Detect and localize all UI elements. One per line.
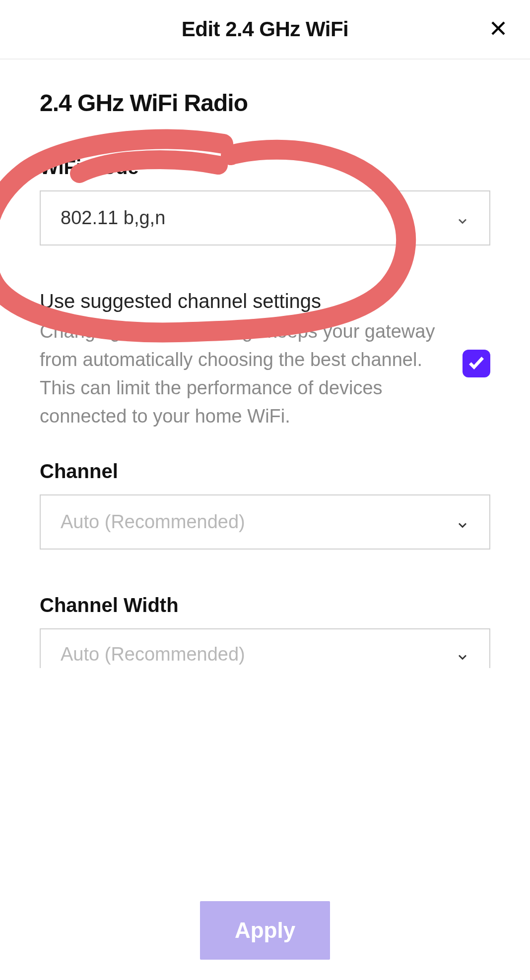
header: Edit 2.4 GHz WiFi [0,0,530,60]
section-title: 2.4 GHz WiFi Radio [40,89,490,117]
suggested-channel-checkbox[interactable] [463,350,490,377]
content: 2.4 GHz WiFi Radio WiFi Mode 802.11 b,g,… [0,60,530,668]
close-button[interactable] [486,17,510,41]
chevron-down-icon [456,647,469,661]
checkmark-icon [467,353,486,374]
chevron-down-icon [456,211,469,225]
wifi-mode-label: WiFi Mode [40,156,490,179]
suggested-channel-text: Use suggested channel settings Changing … [40,290,448,430]
suggested-channel-desc: Changing channel settings keeps your gat… [40,317,443,430]
channel-label: Channel [40,460,490,483]
footer: Apply [0,881,530,980]
channel-value: Auto (Recommended) [61,511,245,533]
channel-width-value: Auto (Recommended) [61,644,245,665]
apply-button[interactable]: Apply [200,901,330,960]
channel-width-select[interactable]: Auto (Recommended) [40,628,490,668]
chevron-down-icon [456,515,469,529]
suggested-channel-row: Use suggested channel settings Changing … [40,290,490,430]
close-icon [489,19,507,39]
wifi-mode-select[interactable]: 802.11 b,g,n [40,190,490,245]
channel-select[interactable]: Auto (Recommended) [40,494,490,550]
channel-width-label: Channel Width [40,594,490,616]
page-title: Edit 2.4 GHz WiFi [182,17,348,41]
wifi-mode-value: 802.11 b,g,n [61,207,165,229]
suggested-channel-title: Use suggested channel settings [40,290,443,312]
